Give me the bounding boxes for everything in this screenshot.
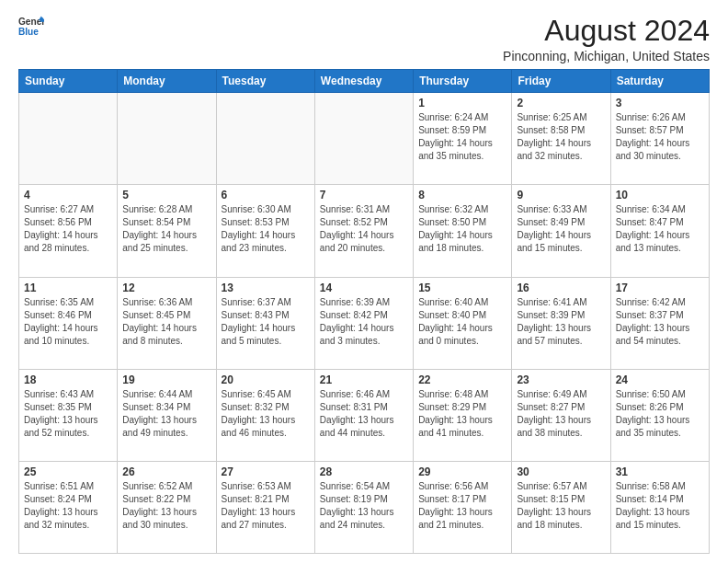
day-number-16: 16 [517,282,605,294]
day-info-1: Sunrise: 6:24 AM Sunset: 8:59 PM Dayligh… [418,111,506,163]
day-cell-20: 20Sunrise: 6:45 AM Sunset: 8:32 PM Dayli… [216,369,314,461]
day-cell-22: 22Sunrise: 6:48 AM Sunset: 8:29 PM Dayli… [414,369,512,461]
calendar-table: SundayMondayTuesdayWednesdayThursdayFrid… [18,69,710,554]
empty-cell [19,93,118,185]
day-number-7: 7 [320,189,408,201]
day-number-6: 6 [222,189,310,201]
day-info-6: Sunrise: 6:30 AM Sunset: 8:53 PM Dayligh… [222,203,310,255]
empty-cell [216,93,314,185]
day-number-20: 20 [222,373,310,386]
day-info-8: Sunrise: 6:32 AM Sunset: 8:50 PM Dayligh… [418,203,506,255]
day-info-30: Sunrise: 6:57 AM Sunset: 8:15 PM Dayligh… [517,480,605,532]
day-number-17: 17 [616,282,704,294]
day-cell-14: 14Sunrise: 6:39 AM Sunset: 8:42 PM Dayli… [314,277,413,369]
day-cell-25: 25Sunrise: 6:51 AM Sunset: 8:24 PM Dayli… [19,461,118,553]
day-cell-26: 26Sunrise: 6:52 AM Sunset: 8:22 PM Dayli… [118,461,216,553]
day-cell-2: 2Sunrise: 6:25 AM Sunset: 8:58 PM Daylig… [512,93,610,185]
day-number-30: 30 [517,465,605,478]
title-area: August 2024 Pinconning, Michigan, United… [503,15,710,63]
weekday-wednesday: Wednesday [314,70,413,93]
day-cell-5: 5Sunrise: 6:28 AM Sunset: 8:54 PM Daylig… [118,185,216,277]
day-number-26: 26 [122,465,210,478]
day-info-16: Sunrise: 6:41 AM Sunset: 8:39 PM Dayligh… [517,296,605,348]
day-info-28: Sunrise: 6:54 AM Sunset: 8:19 PM Dayligh… [320,480,408,532]
day-number-1: 1 [418,97,506,109]
week-row-4: 25Sunrise: 6:51 AM Sunset: 8:24 PM Dayli… [19,461,710,553]
day-number-11: 11 [24,282,112,294]
day-cell-15: 15Sunrise: 6:40 AM Sunset: 8:40 PM Dayli… [414,277,512,369]
day-cell-19: 19Sunrise: 6:44 AM Sunset: 8:34 PM Dayli… [118,369,216,461]
header: General Blue August 2024 Pinconning, Mic… [18,15,710,63]
day-cell-17: 17Sunrise: 6:42 AM Sunset: 8:37 PM Dayli… [610,277,709,369]
day-number-21: 21 [320,373,408,386]
day-cell-31: 31Sunrise: 6:58 AM Sunset: 8:14 PM Dayli… [610,461,709,553]
day-number-15: 15 [418,282,506,294]
day-number-31: 31 [616,465,704,478]
day-cell-28: 28Sunrise: 6:54 AM Sunset: 8:19 PM Dayli… [314,461,413,553]
weekday-sunday: Sunday [19,70,118,93]
day-info-2: Sunrise: 6:25 AM Sunset: 8:58 PM Dayligh… [517,111,605,163]
day-info-17: Sunrise: 6:42 AM Sunset: 8:37 PM Dayligh… [616,296,704,348]
day-cell-29: 29Sunrise: 6:56 AM Sunset: 8:17 PM Dayli… [414,461,512,553]
day-cell-18: 18Sunrise: 6:43 AM Sunset: 8:35 PM Dayli… [19,369,118,461]
day-cell-27: 27Sunrise: 6:53 AM Sunset: 8:21 PM Dayli… [216,461,314,553]
day-cell-11: 11Sunrise: 6:35 AM Sunset: 8:46 PM Dayli… [19,277,118,369]
weekday-monday: Monday [118,70,216,93]
day-number-24: 24 [616,373,704,386]
svg-text:Blue: Blue [18,27,39,37]
day-info-15: Sunrise: 6:40 AM Sunset: 8:40 PM Dayligh… [418,296,506,348]
day-info-18: Sunrise: 6:43 AM Sunset: 8:35 PM Dayligh… [24,388,112,440]
page: General Blue August 2024 Pinconning, Mic… [0,0,728,563]
weekday-thursday: Thursday [414,70,512,93]
day-number-19: 19 [122,373,210,386]
weekday-tuesday: Tuesday [216,70,314,93]
day-info-13: Sunrise: 6:37 AM Sunset: 8:43 PM Dayligh… [222,296,310,348]
day-number-13: 13 [222,282,310,294]
day-cell-8: 8Sunrise: 6:32 AM Sunset: 8:50 PM Daylig… [414,185,512,277]
day-cell-16: 16Sunrise: 6:41 AM Sunset: 8:39 PM Dayli… [512,277,610,369]
day-info-29: Sunrise: 6:56 AM Sunset: 8:17 PM Dayligh… [418,480,506,532]
day-number-14: 14 [320,282,408,294]
day-number-28: 28 [320,465,408,478]
day-number-5: 5 [122,189,210,201]
day-info-11: Sunrise: 6:35 AM Sunset: 8:46 PM Dayligh… [24,296,112,348]
location-title: Pinconning, Michigan, United States [503,49,710,63]
day-info-4: Sunrise: 6:27 AM Sunset: 8:56 PM Dayligh… [24,203,112,255]
empty-cell [118,93,216,185]
day-info-27: Sunrise: 6:53 AM Sunset: 8:21 PM Dayligh… [222,480,310,532]
day-number-9: 9 [517,189,605,201]
day-number-23: 23 [517,373,605,386]
weekday-saturday: Saturday [610,70,709,93]
week-row-1: 4Sunrise: 6:27 AM Sunset: 8:56 PM Daylig… [19,185,710,277]
day-number-2: 2 [517,97,605,109]
day-number-10: 10 [616,189,704,201]
day-number-25: 25 [24,465,112,478]
logo-icon: General Blue [18,15,44,40]
week-row-0: 1Sunrise: 6:24 AM Sunset: 8:59 PM Daylig… [19,93,710,185]
day-cell-4: 4Sunrise: 6:27 AM Sunset: 8:56 PM Daylig… [19,185,118,277]
month-title: August 2024 [503,15,710,47]
day-cell-6: 6Sunrise: 6:30 AM Sunset: 8:53 PM Daylig… [216,185,314,277]
day-info-22: Sunrise: 6:48 AM Sunset: 8:29 PM Dayligh… [418,388,506,440]
week-row-3: 18Sunrise: 6:43 AM Sunset: 8:35 PM Dayli… [19,369,710,461]
day-number-4: 4 [24,189,112,201]
day-cell-10: 10Sunrise: 6:34 AM Sunset: 8:47 PM Dayli… [610,185,709,277]
weekday-friday: Friday [512,70,610,93]
day-info-20: Sunrise: 6:45 AM Sunset: 8:32 PM Dayligh… [222,388,310,440]
day-cell-23: 23Sunrise: 6:49 AM Sunset: 8:27 PM Dayli… [512,369,610,461]
day-number-27: 27 [222,465,310,478]
day-cell-12: 12Sunrise: 6:36 AM Sunset: 8:45 PM Dayli… [118,277,216,369]
day-info-3: Sunrise: 6:26 AM Sunset: 8:57 PM Dayligh… [616,111,704,163]
day-info-7: Sunrise: 6:31 AM Sunset: 8:52 PM Dayligh… [320,203,408,255]
day-number-29: 29 [418,465,506,478]
day-info-10: Sunrise: 6:34 AM Sunset: 8:47 PM Dayligh… [616,203,704,255]
day-info-31: Sunrise: 6:58 AM Sunset: 8:14 PM Dayligh… [616,480,704,532]
day-cell-3: 3Sunrise: 6:26 AM Sunset: 8:57 PM Daylig… [610,93,709,185]
weekday-header-row: SundayMondayTuesdayWednesdayThursdayFrid… [19,70,710,93]
day-info-19: Sunrise: 6:44 AM Sunset: 8:34 PM Dayligh… [122,388,210,440]
day-cell-24: 24Sunrise: 6:50 AM Sunset: 8:26 PM Dayli… [610,369,709,461]
day-number-8: 8 [418,189,506,201]
week-row-2: 11Sunrise: 6:35 AM Sunset: 8:46 PM Dayli… [19,277,710,369]
empty-cell [314,93,413,185]
day-number-22: 22 [418,373,506,386]
